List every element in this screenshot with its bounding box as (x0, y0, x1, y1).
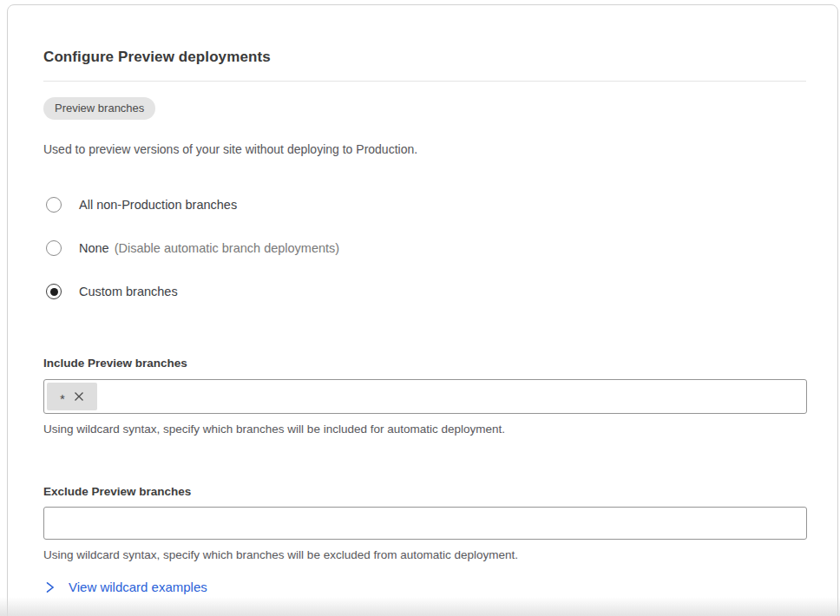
exclude-branches-input[interactable] (43, 507, 807, 540)
include-branches-input[interactable]: * (43, 379, 807, 414)
radio-option-all-non-production[interactable]: All non-Production branches (43, 197, 806, 213)
page-title: Configure Preview deployments (43, 49, 806, 66)
title-divider (43, 81, 806, 82)
radio-option-none[interactable]: None (Disable automatic branch deploymen… (43, 240, 806, 256)
radio-option-label: None (79, 241, 109, 255)
branch-deployment-radio-group: All non-Production branches None (Disabl… (43, 197, 806, 299)
exclude-help-text: Using wildcard syntax, specify which bra… (43, 548, 806, 561)
preview-branches-badge: Preview branches (43, 97, 155, 120)
radio-option-custom-branches[interactable]: Custom branches (43, 284, 806, 299)
radio-dot (50, 288, 58, 296)
radio-button-icon[interactable] (46, 197, 62, 213)
branch-tag-chip: * (47, 383, 97, 410)
include-help-text: Using wildcard syntax, specify which bra… (43, 423, 806, 436)
link-label: View wildcard examples (69, 580, 207, 594)
radio-button-icon[interactable] (46, 240, 62, 256)
card-description: Used to preview versions of your site wi… (43, 142, 806, 156)
radio-option-label: All non-Production branches (79, 198, 237, 212)
remove-tag-icon[interactable] (74, 391, 84, 402)
chevron-right-icon[interactable] (43, 581, 56, 593)
radio-option-label: Custom branches (79, 285, 178, 298)
view-wildcard-examples-link[interactable]: View wildcard examples (43, 580, 207, 594)
radio-button-icon[interactable] (46, 284, 62, 299)
preview-deployments-card: Configure Preview deployments Preview br… (7, 4, 838, 616)
radio-option-sublabel: (Disable automatic branch deployments) (115, 241, 340, 255)
exclude-branches-label: Exclude Preview branches (43, 485, 806, 498)
include-branches-label: Include Preview branches (43, 357, 806, 370)
branch-tag-value: * (60, 392, 65, 405)
